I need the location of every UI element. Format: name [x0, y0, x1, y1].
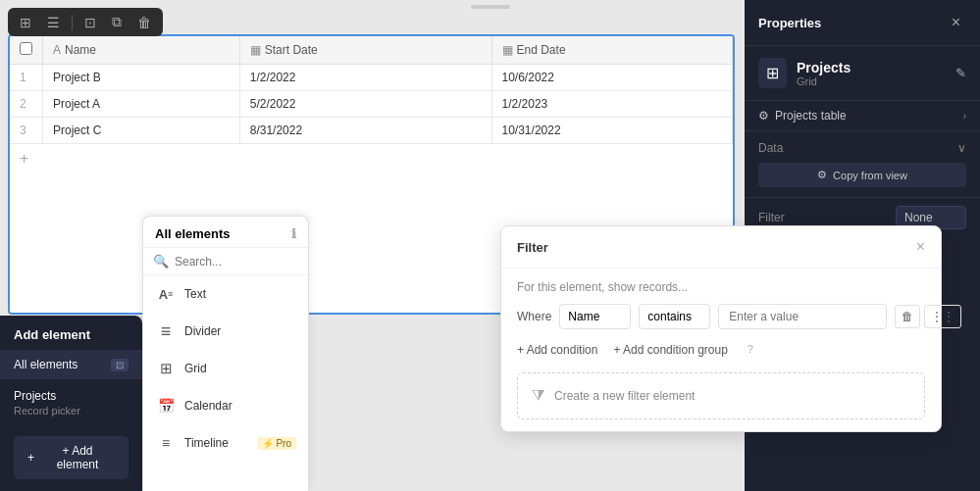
grid-element-icon: ⊞ [155, 358, 177, 379]
add-element-button[interactable]: + + Add element [14, 436, 129, 479]
select-all-checkbox[interactable] [20, 42, 32, 55]
data-section: Data ∨ ⚙ Copy from view [745, 131, 980, 198]
properties-close-button[interactable]: × [946, 12, 966, 33]
all-elements-label: All elements [14, 358, 77, 371]
filter-drag-handle[interactable]: ⋮⋮ [924, 305, 961, 328]
filter-dialog-title: Filter [517, 240, 548, 255]
info-icon[interactable]: ℹ [291, 226, 296, 241]
cell-name-3: Project C [43, 118, 240, 144]
filter-field-select[interactable]: Name Start Date End Date [559, 304, 631, 329]
cell-end-1: 10/6/2022 [491, 65, 732, 91]
timeline-element-icon: ≡ [155, 432, 177, 454]
text-element-icon: A≡ [155, 283, 177, 305]
cell-start-3: 8/31/2022 [239, 118, 491, 144]
cell-name-1: Project B [43, 65, 240, 91]
data-table: AName ▦Start Date ▦End Date 1 Project B … [10, 36, 733, 144]
search-input[interactable] [175, 255, 298, 269]
properties-sub: Grid [797, 75, 851, 87]
filter-dialog-header: Filter × [501, 226, 941, 269]
element-divider-label: Divider [184, 324, 221, 338]
gear-icon: ⚙ [758, 109, 769, 123]
element-calendar-label: Calendar [184, 399, 232, 413]
element-item-grid[interactable]: ⊞ Grid [143, 350, 308, 387]
projects-sub: Record picker [14, 405, 129, 417]
properties-name: Projects [797, 60, 851, 75]
end-date-col-icon: ▦ [502, 43, 513, 57]
sidebar-item-all-elements[interactable]: All elements ⊡ [0, 350, 142, 379]
add-element-header: Add element [0, 316, 142, 350]
projects-table-label: ⚙ Projects table [758, 109, 847, 123]
create-new-filter-label: Create a new filter element [554, 389, 695, 403]
properties-grid-icon: ⊞ [758, 58, 787, 88]
add-condition-group-button[interactable]: + Add condition group [613, 343, 727, 357]
properties-edit-button[interactable]: ✎ [955, 66, 966, 80]
sidebar-item-projects[interactable]: Projects Record picker [0, 379, 142, 426]
properties-title: Properties [758, 16, 821, 30]
filter-help-icon[interactable]: ? [748, 343, 753, 357]
toolbar-icon-delete[interactable]: 🗑 [133, 13, 155, 32]
filter-condition-row: Where Name Start Date End Date contains … [517, 304, 925, 329]
plus-icon: + [27, 451, 34, 465]
filter-value-input[interactable] [718, 304, 887, 329]
elements-panel: All elements ℹ 🔍 A≡ Text ≡ Divider ⊞ Gri… [142, 216, 309, 491]
table-row[interactable]: 2 Project A 5/2/2022 1/2/2023 [10, 91, 733, 118]
toolbar-icon-grid[interactable]: ⊞ [16, 13, 35, 32]
all-elements-icon: ⊡ [111, 359, 129, 371]
filter-label: Filter [758, 211, 785, 224]
search-box[interactable]: 🔍 [143, 248, 308, 275]
start-date-col-icon: ▦ [250, 43, 261, 57]
element-item-divider[interactable]: ≡ Divider [143, 313, 308, 350]
pro-badge: ⚡ Pro [257, 437, 296, 450]
properties-header: Properties × [745, 0, 980, 46]
add-row-button[interactable]: + [10, 144, 733, 173]
col-header-checkbox[interactable] [10, 36, 43, 65]
chevron-right-icon: › [963, 111, 966, 122]
add-condition-button[interactable]: + Add condition [517, 343, 597, 357]
projects-table-section[interactable]: ⚙ Projects table › [745, 101, 980, 131]
filter-add-row: + Add condition + Add condition group ? [517, 339, 925, 361]
toolbar-icon-copy[interactable]: ⧉ [108, 12, 126, 32]
element-item-text[interactable]: A≡ Text [143, 275, 308, 313]
table-row[interactable]: 1 Project B 1/2/2022 10/6/2022 [10, 65, 733, 91]
filter-delete-button[interactable]: 🗑 [895, 305, 920, 328]
divider-element-icon: ≡ [155, 320, 177, 342]
projects-table-row[interactable]: ⚙ Projects table › [758, 109, 966, 123]
add-element-sidebar: Add element All elements ⊡ Projects Reco… [0, 316, 142, 491]
copy-from-view-button[interactable]: ⚙ Copy from view [758, 163, 966, 187]
element-timeline-label: Timeline [184, 436, 229, 450]
table-row[interactable]: 3 Project C 8/31/2022 10/31/2022 [10, 118, 733, 144]
properties-icon-row: ⊞ Projects Grid ✎ [745, 46, 980, 101]
col-header-start-date[interactable]: ▦Start Date [239, 36, 491, 65]
element-item-timeline[interactable]: ≡ Timeline ⚡ Pro [143, 424, 308, 462]
calendar-element-icon: 📅 [155, 395, 177, 417]
element-grid-label: Grid [184, 362, 207, 375]
data-collapse-icon[interactable]: ∨ [957, 141, 966, 155]
filter-dialog-close-button[interactable]: × [916, 238, 925, 256]
elements-panel-header: All elements ℹ [143, 217, 308, 248]
elements-panel-title: All elements [155, 226, 231, 241]
create-new-filter-element-button[interactable]: ⧩ Create a new filter element [517, 372, 925, 419]
funnel-icon: ⧩ [532, 387, 544, 405]
row-num-3: 3 [10, 118, 43, 144]
element-item-calendar[interactable]: 📅 Calendar [143, 387, 308, 424]
cell-end-2: 1/2/2023 [491, 91, 732, 118]
properties-name-group: Projects Grid [797, 60, 851, 87]
data-label: Data ∨ [758, 141, 966, 155]
filter-hint: For this element, show records... [517, 280, 925, 294]
cell-end-3: 10/31/2022 [491, 118, 732, 144]
filter-action-icons: 🗑 ⋮⋮ [895, 305, 961, 328]
top-toolbar: ⊞ ☰ ⊡ ⧉ 🗑 [8, 8, 163, 36]
element-text-label: Text [184, 287, 206, 301]
filter-where-label: Where [517, 310, 551, 323]
toolbar-icon-list[interactable]: ☰ [43, 13, 64, 32]
projects-label: Projects [14, 389, 129, 403]
col-header-end-date[interactable]: ▦End Date [491, 36, 732, 65]
search-icon: 🔍 [153, 254, 169, 269]
toolbar-icon-block[interactable]: ⊡ [80, 13, 100, 32]
col-header-name[interactable]: AName [43, 36, 240, 65]
filter-operator-select[interactable]: contains equals starts with ends with [639, 304, 710, 329]
copy-from-view-label: Copy from view [833, 170, 907, 181]
name-col-icon: A [53, 43, 61, 57]
copy-icon: ⚙ [817, 169, 827, 181]
scroll-indicator [471, 5, 510, 9]
